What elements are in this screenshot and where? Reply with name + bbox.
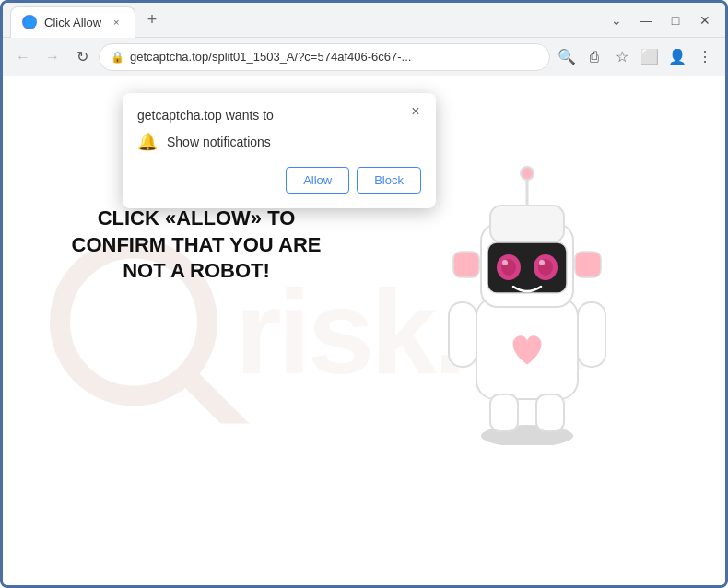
url-box[interactable]: 🔒 getcaptcha.top/split01_1503_A/?c=574af… <box>99 43 550 71</box>
notification-label: Show notifications <box>167 135 271 149</box>
bookmark-icon[interactable]: ☆ <box>609 44 635 70</box>
reload-button[interactable]: ↻ <box>69 44 95 70</box>
svg-point-8 <box>521 167 534 180</box>
svg-rect-21 <box>536 394 564 431</box>
svg-rect-6 <box>490 206 564 242</box>
back-button[interactable]: ← <box>10 44 36 70</box>
title-bar: 🌐 Click Allow × + ⌄ — □ ✕ <box>3 3 725 38</box>
notification-row: 🔔 Show notifications <box>137 132 421 152</box>
address-bar: ← → ↻ 🔒 getcaptcha.top/split01_1503_A/?c… <box>3 38 725 76</box>
notification-popup: × getcaptcha.top wants to 🔔 Show notific… <box>123 93 436 208</box>
popup-title: getcaptcha.top wants to <box>137 108 421 123</box>
new-tab-button[interactable]: + <box>139 7 165 33</box>
split-icon[interactable]: ⬜ <box>637 44 663 70</box>
tab-favicon: 🌐 <box>22 15 37 29</box>
svg-rect-18 <box>449 302 476 367</box>
window-controls: ⌄ — □ ✕ <box>604 7 718 33</box>
url-text: getcaptcha.top/split01_1503_A/?c=574af40… <box>130 50 538 64</box>
close-button[interactable]: ✕ <box>692 7 718 33</box>
page-content: risk.co × getcaptcha.top wants to 🔔 Show… <box>3 76 725 588</box>
bell-icon: 🔔 <box>137 132 158 152</box>
svg-rect-20 <box>490 394 518 431</box>
browser-tab[interactable]: 🌐 Click Allow × <box>10 6 135 38</box>
profile-icon[interactable]: 👤 <box>664 44 690 70</box>
tab-close-button[interactable]: × <box>109 15 123 29</box>
maximize-button[interactable]: □ <box>663 7 688 33</box>
robot-illustration <box>421 150 633 449</box>
toolbar-icons: 🔍 ⎙ ☆ ⬜ 👤 ⋮ <box>554 44 718 70</box>
lock-icon: 🔒 <box>111 51 124 64</box>
svg-line-1 <box>189 378 244 424</box>
minimize-button[interactable]: — <box>633 7 659 33</box>
collapse-button[interactable]: ⌄ <box>604 7 629 33</box>
forward-button[interactable]: → <box>40 44 65 70</box>
svg-rect-19 <box>578 302 605 367</box>
allow-button[interactable]: Allow <box>286 167 349 194</box>
search-icon[interactable]: 🔍 <box>554 44 580 70</box>
main-page-text: CLICK «ALLOW» TO CONFIRM THAT YOU ARE NO… <box>58 206 335 285</box>
svg-point-12 <box>502 260 508 265</box>
svg-rect-16 <box>453 252 479 277</box>
svg-point-15 <box>539 260 545 265</box>
popup-close-button[interactable]: × <box>406 102 425 121</box>
tab-title: Click Allow <box>44 16 101 29</box>
popup-buttons: Allow Block <box>137 167 421 194</box>
svg-rect-17 <box>575 252 601 277</box>
block-button[interactable]: Block <box>357 167 421 194</box>
tab-strip: 🌐 Click Allow × + <box>10 5 604 36</box>
share-icon[interactable]: ⎙ <box>581 44 607 70</box>
menu-icon[interactable]: ⋮ <box>692 44 718 70</box>
